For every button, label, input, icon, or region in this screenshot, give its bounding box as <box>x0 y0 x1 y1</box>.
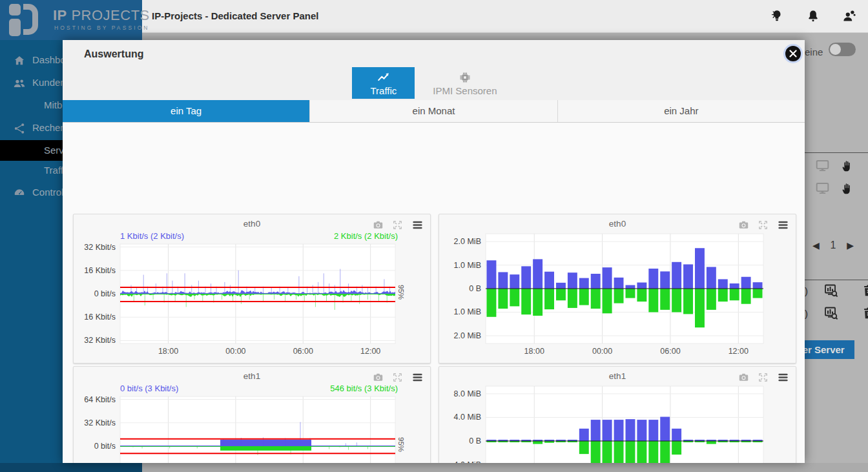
svg-text:12:00: 12:00 <box>360 347 380 356</box>
monitor-icon[interactable] <box>815 181 830 196</box>
svg-text:0 bit/s: 0 bit/s <box>94 442 116 451</box>
tab-traffic[interactable]: Traffic <box>352 67 415 99</box>
user-settings-icon[interactable] <box>842 9 856 23</box>
divider <box>805 280 868 280</box>
svg-text:16 Kbit/s: 16 Kbit/s <box>84 266 116 275</box>
svg-text:64 Kbit/s: 64 Kbit/s <box>84 395 116 404</box>
percentile-label: 95% <box>397 285 405 300</box>
tab-label: Traffic <box>370 85 397 96</box>
svg-text:06:00: 06:00 <box>660 347 680 356</box>
close-icon <box>789 50 797 57</box>
toggle-knob <box>830 44 841 55</box>
svg-text:00:00: 00:00 <box>592 347 612 356</box>
logo-monogram-icon <box>9 4 46 36</box>
chart-plot: 18:0000:0006:0012:002.0 MiB1.0 MiB0 B1.0… <box>439 214 796 363</box>
sidebar-footer-strip <box>0 463 142 472</box>
gauge-icon <box>13 186 26 199</box>
background-toggle-label: eine <box>805 46 823 57</box>
server-row <box>815 181 854 196</box>
tab-bar: TrafficIPMI Sensoren <box>63 67 805 99</box>
tab-ipmi-sensoren[interactable]: IPMI Sensoren <box>415 67 515 99</box>
hand-icon[interactable] <box>842 182 854 195</box>
svg-text:0 bit/s: 0 bit/s <box>94 289 116 298</box>
page-title: IP-Projects - Dedicated Server Panel <box>152 0 318 32</box>
share <box>13 122 26 135</box>
server-action-row: ) <box>805 283 868 298</box>
chart-search-icon[interactable] <box>823 305 839 321</box>
page-bottom-strip <box>142 463 868 472</box>
svg-text:0 B: 0 B <box>469 284 481 293</box>
chart-panel-eth0: eth018:0000:0006:0012:002.0 MiB1.0 MiB0 … <box>439 214 796 364</box>
truncated-text-fragment: ) <box>805 285 808 296</box>
bell-icon <box>806 9 820 23</box>
sidebar-item-label: Kunden <box>32 72 66 93</box>
hand-icon[interactable] <box>842 159 854 172</box>
close-button[interactable] <box>785 46 801 61</box>
chart-plot: 18:0000:0006:0012:0032 Kbit/s16 Kbit/s0 … <box>74 214 430 363</box>
svg-text:06:00: 06:00 <box>293 347 313 356</box>
home <box>13 54 26 67</box>
lightbulb-icon[interactable] <box>770 9 784 23</box>
auswertung-modal: Auswertung TrafficIPMI Sensoren ein Tage… <box>63 40 805 463</box>
chart-plot: 18:0000:0006:0012:008.0 MiB4.0 MiB0 B4.0… <box>439 367 796 463</box>
lightbulb-icon <box>770 9 784 23</box>
svg-text:2.0 MiB: 2.0 MiB <box>454 237 481 246</box>
chart-panel-eth1: eth10 bit/s (3 Kbit/s)546 bit/s (3 Kbit/… <box>73 366 431 463</box>
logo[interactable]: IP PROJECTS HOSTING BY PASSION <box>0 0 142 40</box>
svg-text:12:00: 12:00 <box>728 347 749 356</box>
svg-text:32 Kbit/s: 32 Kbit/s <box>84 243 116 252</box>
share-icon <box>13 121 26 134</box>
next-page-icon[interactable]: ▶ <box>847 240 854 251</box>
svg-text:8.0 MiB: 8.0 MiB <box>454 389 481 398</box>
trash-icon[interactable] <box>862 306 868 320</box>
home-icon <box>13 54 26 67</box>
pagination: ◀ 1 ▶ <box>812 240 854 251</box>
overlay-strip-top <box>142 32 868 40</box>
chart-panel-eth1: eth118:0000:0006:0012:008.0 MiB4.0 MiB0 … <box>439 366 796 463</box>
svg-text:32 Kbit/s: 32 Kbit/s <box>84 336 116 345</box>
chart-line <box>377 70 391 85</box>
range-tab-bar: ein Tagein Monatein Jahr <box>63 100 805 123</box>
server-action-row: ) <box>805 305 868 321</box>
svg-text:1.0 MiB: 1.0 MiB <box>454 307 481 316</box>
tab-label: IPMI Sensoren <box>433 85 497 96</box>
bell-icon[interactable] <box>806 9 820 23</box>
svg-text:4.0 MiB: 4.0 MiB <box>454 413 481 422</box>
users-icon <box>13 76 26 89</box>
topbar-icons <box>770 0 856 32</box>
server-row <box>815 158 854 173</box>
chart-panel-eth0: eth01 Kbit/s (2 Kbit/s)2 Kbit/s (2 Kbit/… <box>73 214 431 364</box>
brand-tagline: HOSTING BY PASSION <box>54 25 150 31</box>
charts-body: eth01 Kbit/s (2 Kbit/s)2 Kbit/s (2 Kbit/… <box>63 123 805 463</box>
brand-text: IP PROJECTS <box>53 7 150 24</box>
monitor-icon[interactable] <box>815 158 830 173</box>
page-number: 1 <box>831 240 836 251</box>
truncated-text-fragment: ) <box>805 308 808 319</box>
toggle-switch[interactable] <box>829 43 856 56</box>
svg-text:18:00: 18:00 <box>158 347 178 356</box>
svg-text:18:00: 18:00 <box>524 347 544 356</box>
range-tab-ein-tag[interactable]: ein Tag <box>63 100 310 122</box>
range-tab-ein-monat[interactable]: ein Monat <box>310 100 557 122</box>
svg-text:00:00: 00:00 <box>225 347 245 356</box>
prev-page-icon[interactable]: ◀ <box>812 240 820 251</box>
app-root: IP-Projects - Dedicated Server Panel IP … <box>0 0 868 472</box>
gauge <box>13 187 26 200</box>
svg-text:0 B: 0 B <box>469 436 481 446</box>
percentile-label: 95% <box>397 437 405 452</box>
user-settings-icon <box>842 9 856 23</box>
svg-text:4.0 MiB: 4.0 MiB <box>454 460 481 463</box>
chart-search-icon[interactable] <box>823 283 839 298</box>
divider <box>805 152 868 153</box>
modal-title: Auswertung <box>84 48 143 60</box>
svg-text:16 Kbit/s: 16 Kbit/s <box>84 313 116 322</box>
users <box>13 77 26 90</box>
chip <box>458 70 472 85</box>
svg-text:1.0 MiB: 1.0 MiB <box>454 261 481 270</box>
range-tab-ein-jahr[interactable]: ein Jahr <box>558 100 805 122</box>
svg-text:32 Kbit/s: 32 Kbit/s <box>84 418 116 427</box>
chart-plot: 18:0000:0006:0012:0064 Kbit/s32 Kbit/s0 … <box>74 367 430 463</box>
trash-icon[interactable] <box>862 283 868 298</box>
svg-text:2.0 MiB: 2.0 MiB <box>454 331 481 340</box>
